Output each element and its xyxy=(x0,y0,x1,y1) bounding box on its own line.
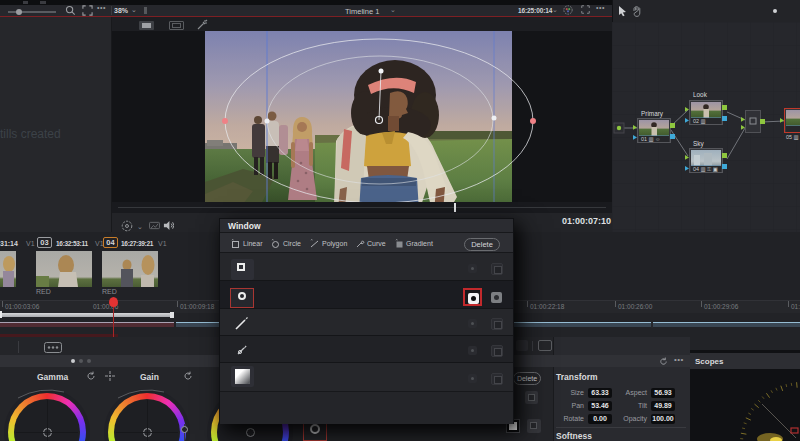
svg-text:Look: Look xyxy=(693,91,708,98)
svg-text:04 ▥ ⚿ ▣: 04 ▥ ⚿ ▣ xyxy=(693,166,718,172)
svg-text:01 ▥ ☺: 01 ▥ ☺ xyxy=(641,136,661,142)
svg-text:05 ▥: 05 ▥ xyxy=(786,134,799,140)
svg-text:Sky: Sky xyxy=(693,140,704,148)
svg-text:02 ▥: 02 ▥ xyxy=(693,118,706,124)
svg-text:Primary: Primary xyxy=(641,110,664,118)
